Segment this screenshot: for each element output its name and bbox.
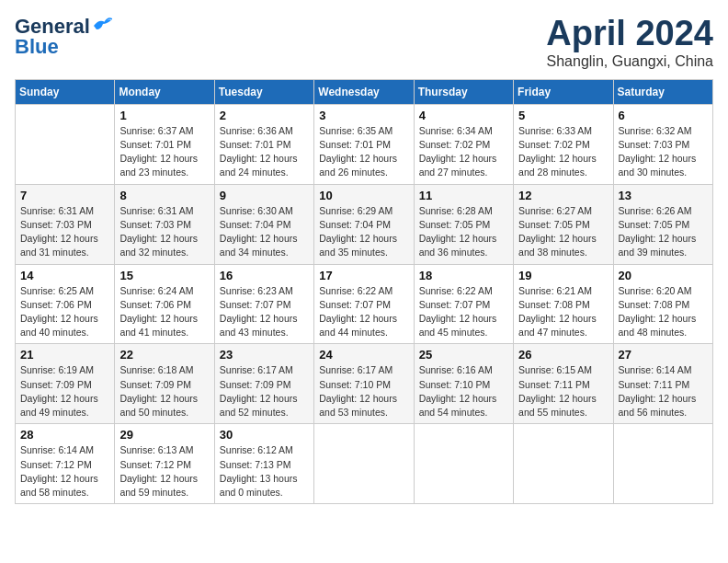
calendar-week-4: 21Sunrise: 6:19 AM Sunset: 7:09 PM Dayli… [16, 344, 713, 424]
calendar-cell: 3Sunrise: 6:35 AM Sunset: 7:01 PM Daylig… [314, 104, 414, 184]
title-area: April 2024 Shanglin, Guangxi, China [546, 15, 713, 70]
day-info: Sunrise: 6:17 AM Sunset: 7:09 PM Dayligh… [220, 363, 309, 419]
day-info: Sunrise: 6:27 AM Sunset: 7:05 PM Dayligh… [518, 204, 608, 260]
day-number: 9 [220, 189, 309, 202]
day-info: Sunrise: 6:12 AM Sunset: 7:13 PM Dayligh… [220, 443, 309, 500]
calendar-cell [514, 424, 613, 504]
day-info: Sunrise: 6:36 AM Sunset: 7:01 PM Dayligh… [220, 124, 309, 180]
day-info: Sunrise: 6:35 AM Sunset: 7:01 PM Dayligh… [319, 124, 408, 180]
calendar-cell: 15Sunrise: 6:24 AM Sunset: 7:06 PM Dayli… [115, 264, 214, 344]
calendar-cell: 8Sunrise: 6:31 AM Sunset: 7:03 PM Daylig… [115, 184, 214, 264]
logo-bird-icon [92, 17, 112, 33]
calendar-cell: 28Sunrise: 6:14 AM Sunset: 7:12 PM Dayli… [16, 424, 115, 504]
calendar-cell: 26Sunrise: 6:15 AM Sunset: 7:11 PM Dayli… [514, 344, 613, 424]
location-title: Shanglin, Guangxi, China [546, 53, 713, 70]
day-number: 28 [20, 428, 109, 442]
calendar-cell [16, 104, 115, 184]
calendar-cell [613, 424, 712, 504]
day-number: 21 [20, 348, 109, 362]
day-info: Sunrise: 6:22 AM Sunset: 7:07 PM Dayligh… [419, 284, 508, 340]
day-number: 23 [220, 348, 309, 362]
calendar-cell: 18Sunrise: 6:22 AM Sunset: 7:07 PM Dayli… [414, 264, 513, 344]
calendar-cell [314, 424, 414, 504]
day-number: 30 [220, 428, 309, 442]
calendar-cell: 27Sunrise: 6:14 AM Sunset: 7:11 PM Dayli… [613, 344, 712, 424]
day-number: 18 [419, 269, 508, 282]
weekday-header-tuesday: Tuesday [214, 79, 313, 104]
weekday-header-friday: Friday [514, 79, 613, 104]
weekday-header-monday: Monday [115, 79, 214, 104]
calendar-cell: 1Sunrise: 6:37 AM Sunset: 7:01 PM Daylig… [115, 104, 214, 184]
calendar-cell [414, 424, 513, 504]
day-info: Sunrise: 6:16 AM Sunset: 7:10 PM Dayligh… [419, 363, 508, 419]
day-info: Sunrise: 6:34 AM Sunset: 7:02 PM Dayligh… [419, 124, 508, 180]
calendar-cell: 4Sunrise: 6:34 AM Sunset: 7:02 PM Daylig… [414, 104, 513, 184]
logo: General Blue [15, 15, 112, 59]
day-info: Sunrise: 6:20 AM Sunset: 7:08 PM Dayligh… [619, 284, 708, 340]
calendar-cell: 20Sunrise: 6:20 AM Sunset: 7:08 PM Dayli… [613, 264, 712, 344]
day-info: Sunrise: 6:32 AM Sunset: 7:03 PM Dayligh… [619, 124, 708, 180]
day-number: 5 [518, 109, 608, 122]
day-number: 6 [619, 109, 708, 122]
day-info: Sunrise: 6:13 AM Sunset: 7:12 PM Dayligh… [119, 443, 209, 500]
day-info: Sunrise: 6:22 AM Sunset: 7:07 PM Dayligh… [319, 284, 408, 340]
day-number: 7 [20, 189, 109, 202]
calendar-cell: 5Sunrise: 6:33 AM Sunset: 7:02 PM Daylig… [514, 104, 613, 184]
calendar-week-5: 28Sunrise: 6:14 AM Sunset: 7:12 PM Dayli… [16, 424, 713, 504]
day-info: Sunrise: 6:21 AM Sunset: 7:08 PM Dayligh… [518, 284, 608, 340]
calendar-header-row: SundayMondayTuesdayWednesdayThursdayFrid… [16, 79, 713, 104]
calendar-cell: 22Sunrise: 6:18 AM Sunset: 7:09 PM Dayli… [115, 344, 214, 424]
day-number: 20 [619, 269, 708, 282]
day-info: Sunrise: 6:14 AM Sunset: 7:11 PM Dayligh… [619, 363, 708, 419]
day-number: 24 [319, 348, 408, 362]
day-number: 1 [119, 109, 209, 122]
calendar-cell: 13Sunrise: 6:26 AM Sunset: 7:05 PM Dayli… [613, 184, 712, 264]
day-info: Sunrise: 6:37 AM Sunset: 7:01 PM Dayligh… [119, 124, 209, 180]
day-number: 19 [518, 269, 608, 282]
day-info: Sunrise: 6:19 AM Sunset: 7:09 PM Dayligh… [20, 363, 109, 419]
day-info: Sunrise: 6:29 AM Sunset: 7:04 PM Dayligh… [319, 204, 408, 260]
calendar-week-3: 14Sunrise: 6:25 AM Sunset: 7:06 PM Dayli… [16, 264, 713, 344]
day-number: 10 [319, 189, 408, 202]
calendar-week-2: 7Sunrise: 6:31 AM Sunset: 7:03 PM Daylig… [16, 184, 713, 264]
calendar-cell: 25Sunrise: 6:16 AM Sunset: 7:10 PM Dayli… [414, 344, 513, 424]
calendar-week-1: 1Sunrise: 6:37 AM Sunset: 7:01 PM Daylig… [16, 104, 713, 184]
day-info: Sunrise: 6:33 AM Sunset: 7:02 PM Dayligh… [518, 124, 608, 180]
logo-blue: Blue [15, 35, 59, 59]
calendar-cell: 17Sunrise: 6:22 AM Sunset: 7:07 PM Dayli… [314, 264, 414, 344]
day-info: Sunrise: 6:25 AM Sunset: 7:06 PM Dayligh… [20, 284, 109, 340]
calendar-table: SundayMondayTuesdayWednesdayThursdayFrid… [15, 79, 713, 504]
day-info: Sunrise: 6:23 AM Sunset: 7:07 PM Dayligh… [220, 284, 309, 340]
calendar-cell: 7Sunrise: 6:31 AM Sunset: 7:03 PM Daylig… [16, 184, 115, 264]
calendar-cell: 2Sunrise: 6:36 AM Sunset: 7:01 PM Daylig… [214, 104, 313, 184]
day-info: Sunrise: 6:17 AM Sunset: 7:10 PM Dayligh… [319, 363, 408, 419]
day-number: 22 [119, 348, 209, 362]
calendar-cell: 24Sunrise: 6:17 AM Sunset: 7:10 PM Dayli… [314, 344, 414, 424]
day-number: 3 [319, 109, 408, 122]
day-number: 13 [619, 189, 708, 202]
calendar-cell: 14Sunrise: 6:25 AM Sunset: 7:06 PM Dayli… [16, 264, 115, 344]
calendar-cell: 16Sunrise: 6:23 AM Sunset: 7:07 PM Dayli… [214, 264, 313, 344]
page-header: General Blue April 2024 Shanglin, Guangx… [15, 15, 713, 70]
calendar-cell: 11Sunrise: 6:28 AM Sunset: 7:05 PM Dayli… [414, 184, 513, 264]
calendar-cell: 30Sunrise: 6:12 AM Sunset: 7:13 PM Dayli… [214, 424, 313, 504]
day-info: Sunrise: 6:28 AM Sunset: 7:05 PM Dayligh… [419, 204, 508, 260]
day-number: 2 [220, 109, 309, 122]
day-number: 15 [119, 269, 209, 282]
day-info: Sunrise: 6:24 AM Sunset: 7:06 PM Dayligh… [119, 284, 209, 340]
day-number: 27 [619, 348, 708, 362]
day-info: Sunrise: 6:14 AM Sunset: 7:12 PM Dayligh… [20, 443, 109, 500]
day-number: 16 [220, 269, 309, 282]
calendar-body: 1Sunrise: 6:37 AM Sunset: 7:01 PM Daylig… [16, 104, 713, 503]
month-title: April 2024 [546, 15, 713, 53]
calendar-cell: 21Sunrise: 6:19 AM Sunset: 7:09 PM Dayli… [16, 344, 115, 424]
day-info: Sunrise: 6:26 AM Sunset: 7:05 PM Dayligh… [619, 204, 708, 260]
calendar-cell: 29Sunrise: 6:13 AM Sunset: 7:12 PM Dayli… [115, 424, 214, 504]
day-number: 29 [119, 428, 209, 442]
calendar-cell: 23Sunrise: 6:17 AM Sunset: 7:09 PM Dayli… [214, 344, 313, 424]
day-number: 25 [419, 348, 508, 362]
day-number: 26 [518, 348, 608, 362]
day-info: Sunrise: 6:15 AM Sunset: 7:11 PM Dayligh… [518, 363, 608, 419]
day-info: Sunrise: 6:31 AM Sunset: 7:03 PM Dayligh… [119, 204, 209, 260]
day-number: 4 [419, 109, 508, 122]
